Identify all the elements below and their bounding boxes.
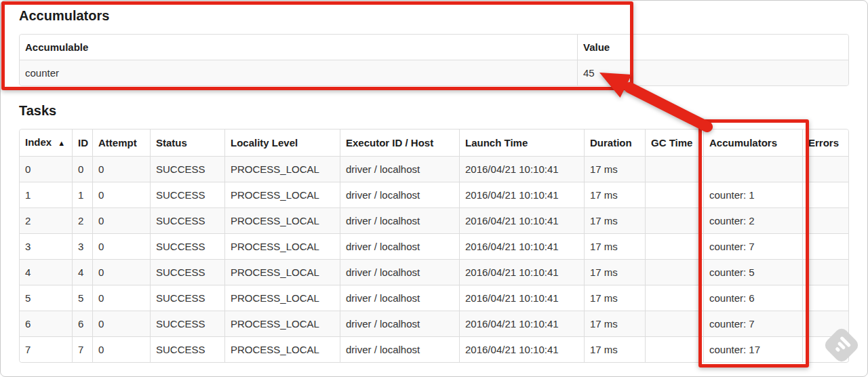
column-header-index[interactable]: Index▲: [20, 130, 72, 156]
table-cell: [802, 156, 848, 182]
table-cell: 0: [92, 233, 150, 259]
table-cell: driver / localhost: [340, 311, 459, 336]
table-cell: 6: [72, 311, 92, 336]
table-cell: counter: 5: [703, 259, 802, 285]
table-row: 220SUCCESSPROCESS_LOCALdriver / localhos…: [20, 207, 848, 233]
table-cell: driver / localhost: [340, 182, 459, 207]
table-cell: 4: [72, 259, 92, 285]
column-header-accumulators[interactable]: Accumulators: [703, 130, 802, 156]
table-cell: 0: [92, 207, 150, 233]
column-header-attempt[interactable]: Attempt: [92, 130, 150, 156]
table-cell: [645, 336, 703, 362]
table-cell: [645, 207, 703, 233]
table-cell: 2016/04/21 10:10:41: [459, 285, 584, 311]
table-cell: [645, 182, 703, 207]
table-cell: 0: [72, 156, 92, 182]
table-cell: 2016/04/21 10:10:41: [459, 207, 584, 233]
table-cell: 7: [72, 336, 92, 362]
table-cell: PROCESS_LOCAL: [224, 285, 340, 311]
table-cell: driver / localhost: [340, 259, 459, 285]
header-row: Index▲IDAttemptStatusLocality LevelExecu…: [20, 130, 848, 156]
column-header-accumulable: Accumulable: [20, 35, 577, 60]
table-cell: PROCESS_LOCAL: [224, 156, 340, 182]
table-cell: 0: [92, 285, 150, 311]
table-cell: [645, 311, 703, 336]
table-cell: 2016/04/21 10:10:41: [459, 156, 584, 182]
table-cell: counter: 17: [703, 336, 802, 362]
table-cell: 5: [20, 285, 72, 311]
table-cell: 0: [92, 336, 150, 362]
table-cell: [802, 285, 848, 311]
table-cell: counter: 2: [703, 207, 802, 233]
table-cell: 17 ms: [584, 182, 645, 207]
table-cell: [802, 311, 848, 336]
table-cell: 17 ms: [584, 233, 645, 259]
table-cell: 1: [20, 182, 72, 207]
page-content: Accumulators AccumulableValuecounter45 T…: [19, 8, 848, 363]
table-cell: SUCCESS: [150, 182, 224, 207]
table-cell: 0: [92, 259, 150, 285]
table-cell: 17 ms: [584, 336, 645, 362]
table-cell: counter: [20, 60, 577, 85]
accumulators-section: Accumulators AccumulableValuecounter45: [19, 8, 848, 86]
table-cell: [802, 207, 848, 233]
table-row: 770SUCCESSPROCESS_LOCALdriver / localhos…: [20, 336, 848, 362]
table-cell: 2: [72, 207, 92, 233]
table-cell: [802, 259, 848, 285]
column-header-launch-time[interactable]: Launch Time: [459, 130, 584, 156]
table-cell: counter: 6: [703, 285, 802, 311]
column-header-locality-level[interactable]: Locality Level: [224, 130, 340, 156]
tasks-section: Tasks Index▲IDAttemptStatusLocality Leve…: [19, 103, 848, 363]
column-header-duration[interactable]: Duration: [584, 130, 645, 156]
table-cell: 17 ms: [584, 207, 645, 233]
table-cell: PROCESS_LOCAL: [224, 182, 340, 207]
table-cell: 3: [72, 233, 92, 259]
table-row: 110SUCCESSPROCESS_LOCALdriver / localhos…: [20, 182, 848, 207]
column-header-executor-id-host[interactable]: Executor ID / Host: [340, 130, 459, 156]
table-cell: SUCCESS: [150, 259, 224, 285]
table-cell: 0: [92, 311, 150, 336]
table-cell: SUCCESS: [150, 311, 224, 336]
column-header-errors[interactable]: Errors: [802, 130, 848, 156]
table-cell: counter: 7: [703, 311, 802, 336]
table-cell: PROCESS_LOCAL: [224, 233, 340, 259]
column-header-status[interactable]: Status: [150, 130, 224, 156]
table-cell: [802, 336, 848, 362]
table-cell: 17 ms: [584, 259, 645, 285]
table-cell: 1: [72, 182, 92, 207]
accumulators-section-title: Accumulators: [19, 8, 848, 24]
table-cell: [645, 259, 703, 285]
table-row: 440SUCCESSPROCESS_LOCALdriver / localhos…: [20, 259, 848, 285]
table-cell: [802, 182, 848, 207]
table-cell: 2016/04/21 10:10:41: [459, 182, 584, 207]
table-cell: 5: [72, 285, 92, 311]
table-row: 000SUCCESSPROCESS_LOCALdriver / localhos…: [20, 156, 848, 182]
accumulators-table: AccumulableValuecounter45: [19, 34, 849, 86]
table-cell: 0: [92, 156, 150, 182]
table-cell: 4: [20, 259, 72, 285]
table-cell: PROCESS_LOCAL: [224, 336, 340, 362]
table-cell: 3: [20, 233, 72, 259]
table-cell: PROCESS_LOCAL: [224, 207, 340, 233]
table-cell: driver / localhost: [340, 207, 459, 233]
column-header-id[interactable]: ID: [72, 130, 92, 156]
sort-ascending-icon: ▲: [58, 139, 65, 147]
table-cell: [645, 285, 703, 311]
table-cell: 17 ms: [584, 156, 645, 182]
table-cell: 2016/04/21 10:10:41: [459, 259, 584, 285]
table-cell: 17 ms: [584, 285, 645, 311]
table-cell: SUCCESS: [150, 156, 224, 182]
tasks-table: Index▲IDAttemptStatusLocality LevelExecu…: [19, 129, 849, 363]
table-row: 330SUCCESSPROCESS_LOCALdriver / localhos…: [20, 233, 848, 259]
header-row: AccumulableValue: [20, 35, 848, 60]
table-cell: 6: [20, 311, 72, 336]
table-cell: 7: [20, 336, 72, 362]
table-cell: [703, 156, 802, 182]
table-cell: counter: 7: [703, 233, 802, 259]
column-header-value: Value: [577, 35, 848, 60]
table-cell: SUCCESS: [150, 336, 224, 362]
table-cell: SUCCESS: [150, 285, 224, 311]
table-cell: SUCCESS: [150, 233, 224, 259]
table-cell: [802, 233, 848, 259]
column-header-gc-time[interactable]: GC Time: [645, 130, 703, 156]
